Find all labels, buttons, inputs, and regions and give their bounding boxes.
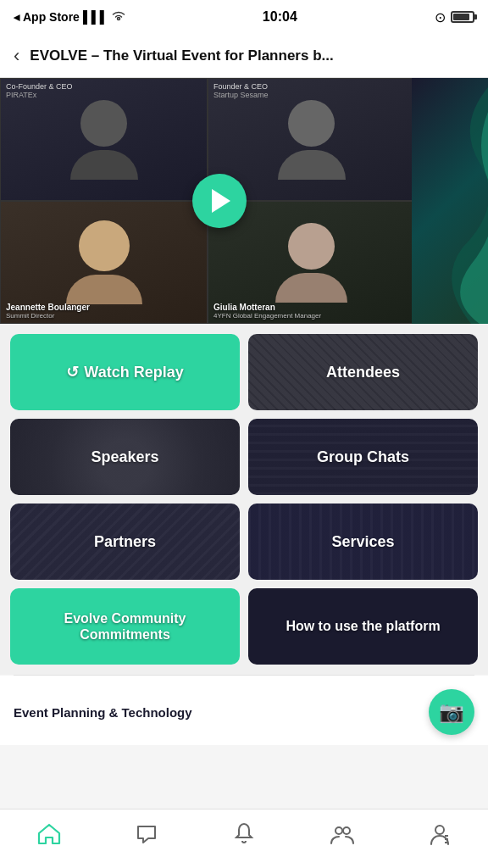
evolve-community-button[interactable]: Evolve Community Commitments bbox=[10, 588, 240, 665]
chat-icon bbox=[135, 823, 158, 849]
profile-icon bbox=[429, 822, 451, 849]
tab-notifications[interactable] bbox=[233, 822, 255, 849]
group-chats-button[interactable]: Group Chats bbox=[248, 419, 478, 495]
speakers-label: Speakers bbox=[91, 448, 158, 466]
tab-bar bbox=[0, 809, 488, 868]
back-arrow-status: ◂ bbox=[14, 10, 19, 24]
how-to-label: How to use the platform bbox=[286, 618, 440, 634]
battery-icon bbox=[451, 11, 474, 23]
svg-point-0 bbox=[336, 827, 342, 834]
evolve-community-label: Evolve Community Commitments bbox=[17, 610, 233, 643]
play-button[interactable] bbox=[192, 174, 247, 228]
wave-svg bbox=[420, 78, 488, 324]
bottom-section: Event Planning & Technology 📷 bbox=[0, 676, 488, 745]
bell-icon bbox=[233, 822, 255, 849]
partners-button[interactable]: Partners bbox=[10, 504, 240, 580]
event-label: Event Planning & Technology bbox=[14, 705, 192, 720]
speaker-role-2: Founder & CEO Startup Sesame bbox=[214, 82, 269, 99]
camera-icon: 📷 bbox=[439, 700, 464, 724]
services-button[interactable]: Services bbox=[248, 504, 478, 580]
watch-replay-button[interactable]: ↺ Watch Replay bbox=[10, 334, 240, 410]
watch-replay-label: Watch Replay bbox=[84, 364, 183, 381]
speaker-label-4: Giulia Motteran 4YFN Global Engagement M… bbox=[214, 303, 321, 320]
tab-home[interactable] bbox=[37, 823, 61, 849]
status-time: 10:04 bbox=[263, 9, 297, 25]
play-triangle-icon bbox=[212, 189, 230, 213]
nav-bar: ‹ EVOLVE – The Virtual Event for Planner… bbox=[0, 34, 488, 78]
home-icon bbox=[37, 823, 61, 849]
wifi-icon bbox=[112, 10, 125, 24]
svg-point-2 bbox=[435, 826, 444, 834]
signal-bars: ▌▌▌ bbox=[83, 10, 108, 24]
grid-section: ↺ Watch Replay Attendees Speakers Group … bbox=[0, 324, 488, 675]
back-button[interactable]: ‹ bbox=[14, 45, 19, 67]
wave-decoration bbox=[412, 78, 488, 324]
tab-profile[interactable] bbox=[429, 822, 451, 849]
tab-chat[interactable] bbox=[135, 823, 158, 849]
tab-bar-spacer bbox=[0, 745, 488, 804]
lock-icon: ⊙ bbox=[435, 9, 446, 25]
replay-icon: ↺ bbox=[66, 363, 79, 381]
status-left: ◂ App Store ▌▌▌ bbox=[14, 10, 125, 24]
speaker-label-3: Jeannette Boulanger Summit Director bbox=[6, 303, 90, 320]
video-cell-topleft: Co-Founder & CEO PIRATEx bbox=[0, 78, 208, 201]
nav-title: EVOLVE – The Virtual Event for Planners … bbox=[30, 47, 474, 64]
video-cell-bottomleft: Jeannette Boulanger Summit Director bbox=[0, 201, 208, 324]
attendees-button[interactable]: Attendees bbox=[248, 334, 478, 410]
svg-point-1 bbox=[343, 827, 350, 834]
tab-attendees[interactable] bbox=[330, 823, 355, 849]
speakers-button[interactable]: Speakers bbox=[10, 419, 240, 495]
carrier-label: App Store bbox=[23, 10, 80, 24]
group-chats-label: Group Chats bbox=[317, 448, 409, 466]
speaker-role-1: Co-Founder & CEO PIRATEx bbox=[6, 82, 73, 99]
services-label: Services bbox=[331, 533, 394, 551]
video-section: Co-Founder & CEO PIRATEx Founder & CEO S… bbox=[0, 78, 488, 324]
status-bar: ◂ App Store ▌▌▌ 10:04 ⊙ bbox=[0, 0, 488, 34]
how-to-button[interactable]: How to use the platform bbox=[248, 588, 478, 665]
attendees-label: Attendees bbox=[326, 364, 400, 381]
partners-label: Partners bbox=[94, 533, 156, 551]
camera-fab-button[interactable]: 📷 bbox=[429, 689, 474, 735]
status-right: ⊙ bbox=[435, 9, 474, 25]
attendees-icon bbox=[330, 823, 355, 849]
